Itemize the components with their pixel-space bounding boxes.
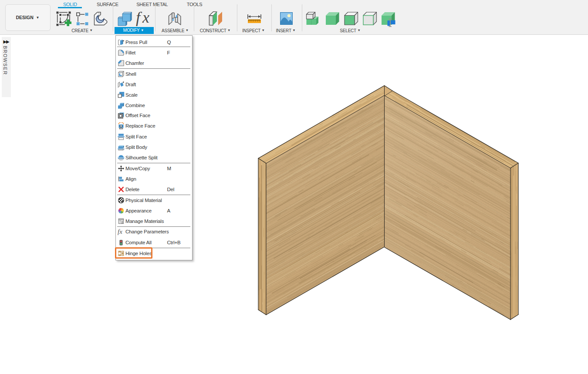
svg-text:fx: fx <box>118 228 122 235</box>
